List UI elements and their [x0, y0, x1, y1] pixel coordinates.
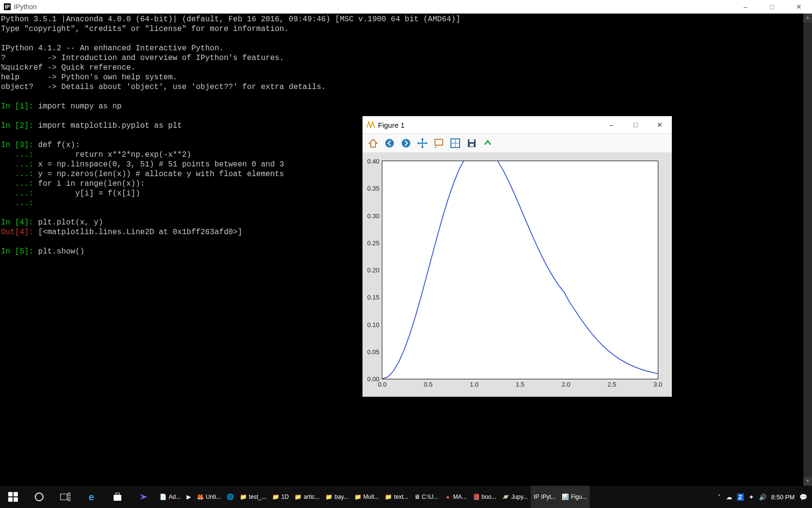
- svg-rect-15: [469, 139, 474, 142]
- forward-icon[interactable]: [399, 136, 413, 150]
- x-tick: 2.5: [608, 379, 616, 388]
- onedrive-icon[interactable]: ☁: [726, 493, 732, 501]
- x-tick: 0.0: [378, 379, 387, 388]
- scrollbar[interactable]: ▲ ▼: [803, 14, 812, 486]
- taskbar-app-icon: 🪐: [502, 493, 509, 500]
- svg-rect-24: [68, 498, 70, 501]
- figure-minimize-button[interactable]: –: [599, 116, 624, 134]
- save-icon[interactable]: [465, 136, 478, 150]
- taskbar-app-icon: 📁: [240, 493, 247, 500]
- y-tick: 0.20: [358, 267, 382, 274]
- taskbar-app[interactable]: 📁test_...: [237, 486, 269, 508]
- tray-app-icon[interactable]: Z: [737, 493, 744, 501]
- taskbar-app-icon: 🖥: [414, 493, 420, 500]
- figure-close-button[interactable]: ✕: [648, 116, 672, 134]
- taskbar-app[interactable]: 🦊Unti...: [194, 486, 224, 508]
- taskbar-app-icon: ▶: [187, 493, 191, 500]
- task-view-icon[interactable]: [52, 486, 78, 508]
- figure-title: Figure 1: [378, 121, 405, 129]
- dropbox-icon[interactable]: ✦: [749, 493, 754, 501]
- taskbar-app[interactable]: 🔺MA...: [441, 486, 470, 508]
- svg-rect-19: [8, 497, 13, 502]
- taskbar-app-icon: 📁: [325, 493, 333, 500]
- tray-chevron-icon[interactable]: ˄: [718, 493, 721, 501]
- system-tray[interactable]: ˄ ☁ Z ✦ 🔊 8:50 PM 💬: [718, 493, 812, 501]
- plot-axes: 0.000.050.100.150.200.250.300.350.400.00…: [382, 161, 658, 379]
- ipython-app-icon: IP: [4, 3, 11, 10]
- svg-marker-7: [417, 142, 419, 145]
- taskbar-app-label: 1D: [281, 493, 289, 500]
- minimize-button[interactable]: –: [732, 0, 759, 14]
- svg-marker-27: [140, 494, 147, 500]
- svg-point-21: [35, 493, 43, 501]
- taskbar-app-label: MA...: [453, 493, 467, 500]
- edge-icon[interactable]: e: [78, 486, 104, 508]
- vscode-icon[interactable]: [130, 486, 157, 508]
- taskbar-app-icon: 📕: [473, 493, 480, 500]
- svg-marker-0: [369, 139, 377, 147]
- windows-taskbar[interactable]: e 📄Ad...▶🦊Unti...🌐📁test_...📁1D📁artic...📁…: [0, 486, 812, 508]
- taskbar-app[interactable]: IPIPyt...: [531, 486, 559, 508]
- start-button[interactable]: [0, 486, 26, 508]
- subplots-icon[interactable]: [449, 136, 462, 150]
- taskbar-app[interactable]: 📕boo...: [470, 486, 499, 508]
- maximize-button[interactable]: □: [759, 0, 785, 14]
- volume-icon[interactable]: 🔊: [759, 493, 767, 501]
- figure-window[interactable]: Figure 1 – □ ✕ 0.000.050.100.150.200.250…: [362, 116, 672, 397]
- notifications-icon[interactable]: 💬: [799, 493, 807, 501]
- taskbar-app[interactable]: 📁bay...: [322, 486, 351, 508]
- x-tick: 0.5: [424, 379, 433, 388]
- svg-rect-20: [14, 497, 18, 502]
- taskbar-app-icon: 📄: [160, 493, 167, 500]
- clock[interactable]: 8:50 PM: [771, 493, 795, 501]
- x-tick: 3.0: [653, 379, 662, 388]
- ipython-titlebar: IP IPython – □ ✕: [0, 0, 812, 14]
- taskbar-app-label: Unti...: [206, 493, 221, 500]
- svg-rect-26: [116, 493, 119, 495]
- taskbar-app-label: Figu...: [571, 493, 587, 500]
- taskbar-app[interactable]: ▶: [184, 486, 194, 508]
- taskbar-app[interactable]: 🌐: [224, 486, 237, 508]
- edit-icon[interactable]: [481, 136, 495, 150]
- svg-rect-23: [68, 493, 70, 496]
- y-tick: 0.05: [358, 348, 382, 355]
- matplotlib-icon: [366, 120, 375, 129]
- store-icon[interactable]: [104, 486, 130, 508]
- taskbar-app[interactable]: 📄Ad...: [157, 486, 184, 508]
- taskbar-app[interactable]: 🖥C:\U...: [411, 486, 441, 508]
- taskbar-app-icon: 🦊: [197, 493, 204, 500]
- taskbar-app[interactable]: 🪐Jupy...: [499, 486, 531, 508]
- svg-point-2: [402, 139, 410, 148]
- taskbar-app-label: C:\U...: [422, 493, 438, 500]
- zoom-icon[interactable]: [432, 136, 446, 150]
- svg-marker-6: [421, 147, 424, 149]
- taskbar-app-icon: 📁: [354, 493, 362, 500]
- taskbar-app[interactable]: 📁1D: [269, 486, 291, 508]
- taskbar-app-icon: IP: [534, 493, 539, 500]
- taskbar-app-label: text...: [394, 493, 408, 500]
- cortana-icon[interactable]: [26, 486, 52, 508]
- taskbar-app[interactable]: 📊Figu...: [559, 486, 590, 508]
- taskbar-app[interactable]: 📁Mult...: [351, 486, 382, 508]
- svg-line-10: [435, 147, 436, 148]
- y-tick: 0.40: [358, 158, 382, 165]
- x-tick: 1.5: [516, 379, 524, 388]
- taskbar-app-label: artic...: [304, 493, 319, 500]
- home-icon[interactable]: [366, 136, 380, 150]
- scroll-down-button[interactable]: ▼: [803, 477, 812, 486]
- close-button[interactable]: ✕: [785, 0, 812, 14]
- taskbar-app[interactable]: 📁artic...: [291, 486, 322, 508]
- taskbar-app-label: test_...: [249, 493, 266, 500]
- figure-maximize-button[interactable]: □: [624, 116, 648, 134]
- scroll-up-button[interactable]: ▲: [803, 14, 812, 22]
- figure-titlebar[interactable]: Figure 1 – □ ✕: [362, 116, 672, 134]
- ipython-title: IPython: [14, 3, 36, 11]
- back-icon[interactable]: [383, 136, 396, 150]
- taskbar-app[interactable]: 📁text...: [382, 486, 411, 508]
- figure-canvas[interactable]: 0.000.050.100.150.200.250.300.350.400.00…: [362, 153, 672, 397]
- svg-rect-25: [114, 495, 121, 501]
- x-tick: 2.0: [562, 379, 570, 388]
- pan-icon[interactable]: [416, 136, 429, 150]
- x-tick: 1.0: [470, 379, 478, 388]
- taskbar-app-icon: 📊: [562, 493, 569, 500]
